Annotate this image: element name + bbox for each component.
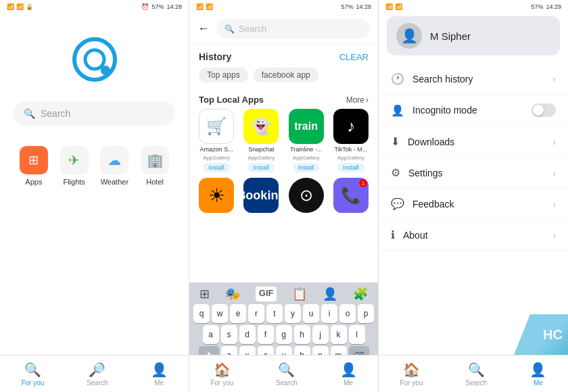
key-h[interactable]: h bbox=[294, 325, 310, 344]
viber-badge: 1 bbox=[359, 179, 367, 187]
key-o[interactable]: o bbox=[339, 304, 356, 323]
chevron-icon-feedback: › bbox=[552, 199, 556, 210]
kb-clipboard-icon[interactable]: 📋 bbox=[292, 287, 307, 301]
key-u[interactable]: u bbox=[303, 304, 319, 323]
p3-me-icon: 👤 bbox=[529, 362, 546, 378]
snapchat-install[interactable]: Install bbox=[248, 163, 275, 172]
menu-about-left: ℹ About bbox=[391, 228, 428, 241]
key-y[interactable]: y bbox=[285, 304, 301, 323]
about-icon: ℹ bbox=[391, 228, 395, 241]
menu-incognito[interactable]: 👤 Incognito mode bbox=[379, 95, 568, 126]
menu-about[interactable]: ℹ About › bbox=[379, 220, 568, 251]
p2-tab-for-you[interactable]: 🏠 For you bbox=[210, 362, 233, 387]
p3-battery: 57% bbox=[531, 3, 543, 10]
key-p[interactable]: p bbox=[358, 304, 374, 323]
key-s[interactable]: s bbox=[221, 325, 237, 344]
for-you-icon: 🔍 bbox=[24, 362, 41, 378]
history-tag-1[interactable]: Top apps bbox=[199, 68, 248, 82]
key-t[interactable]: t bbox=[266, 304, 283, 323]
nav-item-hotel[interactable]: 🏢 Hotel bbox=[141, 146, 169, 186]
keyboard-row-2: a s d f g h j k l bbox=[192, 325, 375, 344]
tiktok-install[interactable]: Install bbox=[337, 163, 364, 172]
app-trainline[interactable]: train Trainline -... AppGallery Install bbox=[286, 109, 327, 172]
wifi-icon: 📶 bbox=[16, 3, 24, 10]
key-a[interactable]: a bbox=[203, 325, 219, 344]
app-booking[interactable]: Booking bbox=[241, 178, 281, 213]
feedback-label: Feedback bbox=[412, 199, 454, 210]
key-f[interactable]: f bbox=[258, 325, 274, 344]
kb-grid-icon[interactable]: ⊞ bbox=[199, 287, 210, 301]
key-l[interactable]: l bbox=[349, 325, 365, 344]
p2-tab-search[interactable]: 🔍 Search bbox=[276, 362, 298, 387]
back-button[interactable]: ← bbox=[197, 22, 210, 36]
key-d[interactable]: d bbox=[239, 325, 256, 344]
menu-list: 🕐 Search history › 👤 Incognito mode ⬇ Do… bbox=[379, 58, 568, 256]
p2-status-left: 📶 📶 bbox=[196, 3, 213, 10]
search-input-bar[interactable]: 🔍 Search bbox=[216, 19, 370, 39]
nav-item-flights[interactable]: ✈ Flights bbox=[60, 146, 89, 186]
tab-for-you[interactable]: 🔍 For you bbox=[21, 362, 44, 387]
incognito-toggle[interactable] bbox=[531, 103, 556, 117]
chevron-icon-search: › bbox=[552, 74, 556, 84]
nav-icons: ⊞ Apps ✈ Flights ☁ Weather 🏢 Hotel bbox=[0, 139, 189, 193]
apps-label: Apps bbox=[25, 178, 42, 186]
search-placeholder: Search bbox=[41, 108, 70, 119]
kb-puzzle-icon[interactable]: 🧩 bbox=[353, 287, 368, 301]
key-j[interactable]: j bbox=[312, 325, 329, 344]
app-snapchat[interactable]: 👻 Snapchat AppGallery Install bbox=[241, 109, 281, 172]
amazon-install[interactable]: Install bbox=[203, 163, 230, 172]
clear-button[interactable]: CLEAR bbox=[339, 52, 369, 62]
menu-search-history[interactable]: 🕐 Search history › bbox=[379, 64, 568, 95]
key-e[interactable]: e bbox=[230, 304, 246, 323]
p2-me-icon: 👤 bbox=[340, 362, 357, 378]
section-title: Top Local Apps bbox=[199, 95, 264, 105]
tab-me[interactable]: 👤 Me bbox=[151, 362, 168, 387]
status-bar-2: 📶 📶 57% 14:28 bbox=[189, 0, 378, 14]
key-i[interactable]: i bbox=[321, 304, 337, 323]
tab-bar-3: 🏠 For you 🔍 Search 👤 Me bbox=[379, 355, 568, 392]
p3-tab-search[interactable]: 🔍 Search bbox=[466, 362, 488, 387]
menu-downloads[interactable]: ⬇ Downloads › bbox=[379, 126, 568, 157]
p3-status-left: 📶 📶 bbox=[385, 3, 402, 10]
for-you-label: For you bbox=[21, 379, 44, 387]
tiktok-name: TikTok - M... bbox=[335, 146, 368, 153]
menu-settings-left: ⚙ Settings bbox=[391, 166, 443, 179]
kb-gif-icon[interactable]: GIF bbox=[256, 287, 277, 301]
speedtest-icon: ⊙ bbox=[289, 178, 324, 213]
p2-tab-me[interactable]: 👤 Me bbox=[340, 362, 357, 387]
p3-tab-me[interactable]: 👤 Me bbox=[529, 362, 546, 387]
more-button[interactable]: More › bbox=[346, 95, 369, 105]
menu-feedback[interactable]: 💬 Feedback › bbox=[379, 189, 568, 220]
app-tiktok[interactable]: ♪ TikTok - M... AppGallery Install bbox=[331, 109, 371, 172]
key-g[interactable]: g bbox=[276, 325, 292, 344]
key-k[interactable]: k bbox=[331, 325, 347, 344]
p3-me-label: Me bbox=[534, 379, 543, 387]
user-name: M Sipher bbox=[430, 30, 471, 42]
trainline-install[interactable]: Install bbox=[293, 163, 320, 172]
key-q[interactable]: q bbox=[193, 304, 210, 323]
app-viber[interactable]: 📞 1 bbox=[331, 178, 371, 213]
chevron-icon-settings: › bbox=[552, 168, 556, 178]
nav-item-weather[interactable]: ☁ Weather bbox=[100, 146, 128, 186]
tab-search[interactable]: 🔎 Search bbox=[87, 362, 108, 387]
key-r[interactable]: r bbox=[248, 304, 264, 323]
menu-settings[interactable]: ⚙ Settings › bbox=[379, 157, 568, 189]
downloads-label: Downloads bbox=[408, 137, 454, 147]
app-soleil[interactable]: ☀ bbox=[196, 178, 237, 213]
app-amazon[interactable]: 🛒 Amazon S... AppGallery Install bbox=[196, 109, 237, 172]
toggle-knob bbox=[533, 105, 544, 116]
search-bar[interactable]: 🔍 Search bbox=[14, 101, 175, 126]
booking-icon: Booking bbox=[243, 178, 279, 213]
app-speedtest[interactable]: ⊙ bbox=[286, 178, 327, 213]
more-label: More bbox=[346, 95, 364, 105]
p3-tab-for-you[interactable]: 🏠 For you bbox=[400, 362, 423, 387]
status-right: ⏰ 57% 14:28 bbox=[141, 3, 182, 10]
kb-avatar-icon[interactable]: 👤 bbox=[323, 287, 337, 301]
key-w[interactable]: w bbox=[212, 304, 228, 323]
user-header[interactable]: 👤 M Sipher bbox=[387, 16, 560, 55]
nav-item-apps[interactable]: ⊞ Apps bbox=[20, 146, 48, 186]
me-tab-label: Me bbox=[154, 379, 164, 387]
kb-emoji-icon[interactable]: 🎭 bbox=[225, 287, 240, 301]
history-tag-2[interactable]: facebook app bbox=[254, 68, 318, 82]
chevron-right-icon: › bbox=[366, 95, 369, 105]
